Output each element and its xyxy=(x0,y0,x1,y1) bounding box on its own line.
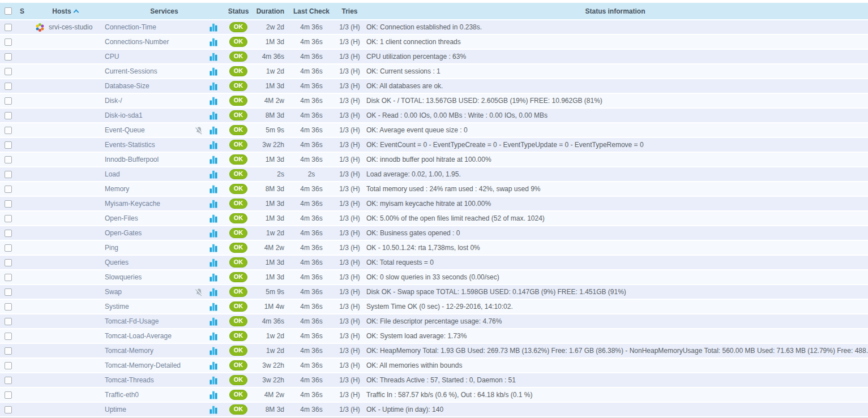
row-select-checkbox[interactable] xyxy=(5,347,12,355)
service-name-link[interactable]: Memory xyxy=(105,185,191,193)
row-select-checkbox[interactable] xyxy=(5,259,12,266)
select-all-checkbox[interactable] xyxy=(5,7,12,15)
service-name-link[interactable]: Tomcat-Load-Average xyxy=(105,332,191,340)
performance-graph-icon[interactable] xyxy=(206,273,221,282)
table-row: Tomcat-Memory OK 1w 2d 4m 36s xyxy=(0,344,868,357)
performance-graph-icon[interactable] xyxy=(206,244,221,252)
service-name-link[interactable]: Current-Sessions xyxy=(105,67,191,75)
performance-graph-icon[interactable] xyxy=(206,332,221,341)
service-name-link[interactable]: Open-Files xyxy=(105,214,191,222)
host-name-link[interactable]: srvi-ces-studio xyxy=(49,23,92,31)
service-name-link[interactable]: Tomcat-Memory-Detailed xyxy=(105,361,191,369)
service-name-link[interactable]: Uptime xyxy=(105,406,191,413)
service-name-link[interactable]: Slowqueries xyxy=(105,273,191,281)
performance-graph-icon[interactable] xyxy=(206,303,221,311)
performance-graph-icon[interactable] xyxy=(206,156,221,164)
host-cell xyxy=(28,111,102,120)
performance-graph-icon[interactable] xyxy=(206,361,221,370)
row-select-checkbox[interactable] xyxy=(5,127,12,134)
performance-graph-icon[interactable] xyxy=(206,214,221,223)
column-header-tries[interactable]: Tries xyxy=(337,7,362,15)
row-select-checkbox[interactable] xyxy=(5,38,12,46)
service-name-link[interactable]: Ping xyxy=(105,244,191,252)
service-name-link[interactable]: CPU xyxy=(105,53,191,61)
row-select-checkbox[interactable] xyxy=(5,215,12,222)
performance-graph-icon[interactable] xyxy=(206,141,221,149)
tries-cell: 1/3 (H) xyxy=(337,229,362,237)
row-select-checkbox[interactable] xyxy=(5,83,12,90)
last-check-cell: 4m 36s xyxy=(286,141,337,149)
service-name-link[interactable]: Tomcat-Threads xyxy=(105,376,191,384)
row-select-checkbox[interactable] xyxy=(5,112,12,119)
performance-graph-icon[interactable] xyxy=(206,376,221,385)
row-select-checkbox[interactable] xyxy=(5,333,12,340)
performance-graph-icon[interactable] xyxy=(206,111,221,120)
service-name-link[interactable]: Connections-Number xyxy=(105,38,191,46)
service-name-link[interactable]: Queries xyxy=(105,258,191,266)
service-cell: Ping xyxy=(102,244,226,252)
performance-graph-icon[interactable] xyxy=(206,38,221,46)
row-select-checkbox[interactable] xyxy=(5,362,12,369)
service-name-link[interactable]: Systime xyxy=(105,303,191,311)
row-select-checkbox[interactable] xyxy=(5,53,12,61)
performance-graph-icon[interactable] xyxy=(206,200,221,208)
performance-graph-icon[interactable] xyxy=(206,347,221,355)
row-select-checkbox[interactable] xyxy=(5,24,12,31)
column-header-status[interactable]: Status xyxy=(226,7,250,15)
performance-graph-icon[interactable] xyxy=(206,23,221,32)
service-name-link[interactable]: Innodb-Bufferpool xyxy=(105,156,191,163)
service-name-link[interactable]: Disk-io-sda1 xyxy=(105,111,191,119)
performance-graph-icon[interactable] xyxy=(206,391,221,399)
performance-graph-icon[interactable] xyxy=(206,317,221,326)
performance-graph-icon[interactable] xyxy=(206,97,221,105)
service-name-link[interactable]: Connection-Time xyxy=(105,23,191,31)
row-select-checkbox[interactable] xyxy=(5,406,12,413)
performance-graph-icon[interactable] xyxy=(206,185,221,193)
service-name-link[interactable]: Event-Queue xyxy=(105,126,191,134)
service-table-body: srvi-ces-studio Connection-Time xyxy=(0,20,868,418)
service-name-link[interactable]: Tomcat-Fd-Usage xyxy=(105,317,191,325)
performance-graph-icon[interactable] xyxy=(206,53,221,61)
performance-graph-icon[interactable] xyxy=(206,258,221,267)
service-name-link[interactable]: Database-Size xyxy=(105,82,191,90)
performance-graph-icon[interactable] xyxy=(206,82,221,91)
row-select-checkbox[interactable] xyxy=(5,244,12,252)
service-name-link[interactable]: Disk-/ xyxy=(105,97,191,105)
performance-graph-icon[interactable] xyxy=(206,67,221,76)
column-header-last-check[interactable]: Last Check xyxy=(286,7,337,15)
column-header-duration[interactable]: Duration xyxy=(250,7,286,15)
service-name-link[interactable]: Swap xyxy=(105,288,191,296)
service-name-link[interactable]: Tomcat-Memory xyxy=(105,347,191,355)
performance-graph-icon[interactable] xyxy=(206,170,221,179)
table-row: Current-Sessions OK 1w 2d 4m 3 xyxy=(0,64,868,78)
row-select-checkbox[interactable] xyxy=(5,318,12,325)
column-header-services[interactable]: Services xyxy=(102,7,226,15)
service-name-link[interactable]: Traffic-eth0 xyxy=(105,391,191,399)
row-select-checkbox[interactable] xyxy=(5,186,12,193)
row-select-checkbox[interactable] xyxy=(5,377,12,384)
row-select-checkbox[interactable] xyxy=(5,68,12,75)
row-select-checkbox[interactable] xyxy=(5,274,12,281)
performance-graph-icon[interactable] xyxy=(206,229,221,238)
service-name-link[interactable]: Events-Statistics xyxy=(105,141,191,149)
service-name-link[interactable]: Open-Gates xyxy=(105,229,191,237)
row-select-checkbox[interactable] xyxy=(5,391,12,399)
performance-graph-icon[interactable] xyxy=(206,288,221,296)
last-check-cell: 4m 36s xyxy=(286,67,337,75)
host-cell xyxy=(28,390,102,400)
row-select-checkbox[interactable] xyxy=(5,156,12,163)
row-select-checkbox[interactable] xyxy=(5,303,12,311)
column-header-severity[interactable]: S xyxy=(16,7,28,15)
performance-graph-icon[interactable] xyxy=(206,406,221,414)
last-check-cell: 4m 36s xyxy=(286,53,337,61)
column-header-hosts[interactable]: Hosts xyxy=(28,7,102,15)
row-select-checkbox[interactable] xyxy=(5,288,12,296)
service-name-link[interactable]: Load xyxy=(105,170,191,178)
row-select-checkbox[interactable] xyxy=(5,141,12,149)
performance-graph-icon[interactable] xyxy=(206,126,221,135)
row-select-checkbox[interactable] xyxy=(5,230,12,237)
row-select-checkbox[interactable] xyxy=(5,97,12,105)
service-name-link[interactable]: Myisam-Keycache xyxy=(105,200,191,208)
row-select-checkbox[interactable] xyxy=(5,171,12,178)
row-select-checkbox[interactable] xyxy=(5,200,12,208)
